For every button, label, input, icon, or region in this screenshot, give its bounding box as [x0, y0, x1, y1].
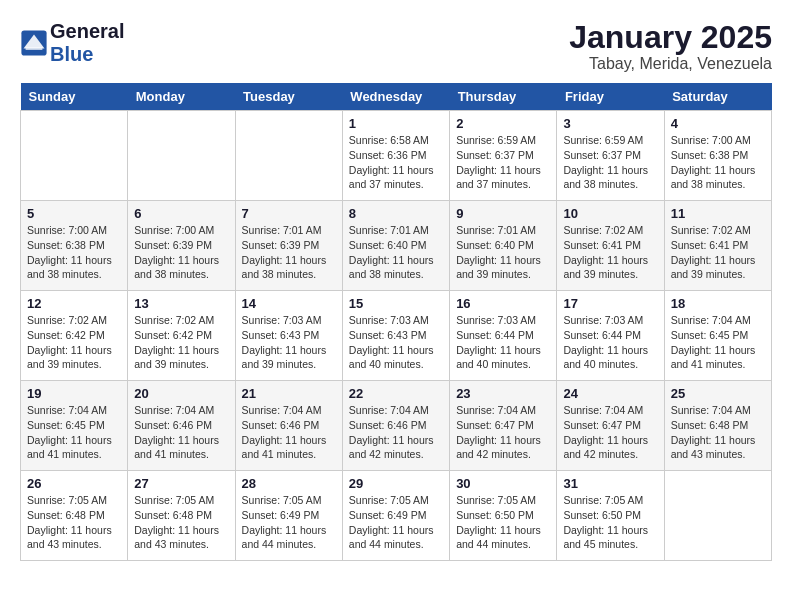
- calendar-cell: 31Sunrise: 7:05 AMSunset: 6:50 PMDayligh…: [557, 471, 664, 561]
- header-monday: Monday: [128, 83, 235, 111]
- day-info: Sunrise: 7:02 AMSunset: 6:42 PMDaylight:…: [134, 313, 228, 372]
- calendar-cell: 24Sunrise: 7:04 AMSunset: 6:47 PMDayligh…: [557, 381, 664, 471]
- calendar-cell: 26Sunrise: 7:05 AMSunset: 6:48 PMDayligh…: [21, 471, 128, 561]
- calendar-table: SundayMondayTuesdayWednesdayThursdayFrid…: [20, 83, 772, 561]
- calendar-cell: 19Sunrise: 7:04 AMSunset: 6:45 PMDayligh…: [21, 381, 128, 471]
- calendar-cell: 18Sunrise: 7:04 AMSunset: 6:45 PMDayligh…: [664, 291, 771, 381]
- calendar-cell: 3Sunrise: 6:59 AMSunset: 6:37 PMDaylight…: [557, 111, 664, 201]
- calendar-cell: 28Sunrise: 7:05 AMSunset: 6:49 PMDayligh…: [235, 471, 342, 561]
- logo-icon: [20, 29, 48, 57]
- calendar-cell: 9Sunrise: 7:01 AMSunset: 6:40 PMDaylight…: [450, 201, 557, 291]
- day-number: 5: [27, 206, 121, 221]
- day-info: Sunrise: 7:03 AMSunset: 6:44 PMDaylight:…: [456, 313, 550, 372]
- header-wednesday: Wednesday: [342, 83, 449, 111]
- day-info: Sunrise: 6:59 AMSunset: 6:37 PMDaylight:…: [456, 133, 550, 192]
- day-info: Sunrise: 7:05 AMSunset: 6:48 PMDaylight:…: [134, 493, 228, 552]
- day-info: Sunrise: 7:03 AMSunset: 6:44 PMDaylight:…: [563, 313, 657, 372]
- day-number: 3: [563, 116, 657, 131]
- day-info: Sunrise: 7:05 AMSunset: 6:50 PMDaylight:…: [563, 493, 657, 552]
- day-info: Sunrise: 7:04 AMSunset: 6:48 PMDaylight:…: [671, 403, 765, 462]
- day-info: Sunrise: 7:01 AMSunset: 6:40 PMDaylight:…: [349, 223, 443, 282]
- day-info: Sunrise: 7:05 AMSunset: 6:49 PMDaylight:…: [349, 493, 443, 552]
- calendar-cell: 22Sunrise: 7:04 AMSunset: 6:46 PMDayligh…: [342, 381, 449, 471]
- calendar-cell: 25Sunrise: 7:04 AMSunset: 6:48 PMDayligh…: [664, 381, 771, 471]
- week-row-3: 12Sunrise: 7:02 AMSunset: 6:42 PMDayligh…: [21, 291, 772, 381]
- week-row-5: 26Sunrise: 7:05 AMSunset: 6:48 PMDayligh…: [21, 471, 772, 561]
- calendar-cell: 16Sunrise: 7:03 AMSunset: 6:44 PMDayligh…: [450, 291, 557, 381]
- day-number: 19: [27, 386, 121, 401]
- calendar-cell: [21, 111, 128, 201]
- calendar-cell: 15Sunrise: 7:03 AMSunset: 6:43 PMDayligh…: [342, 291, 449, 381]
- day-number: 30: [456, 476, 550, 491]
- day-info: Sunrise: 7:05 AMSunset: 6:49 PMDaylight:…: [242, 493, 336, 552]
- calendar-subtitle: Tabay, Merida, Venezuela: [569, 55, 772, 73]
- calendar-cell: 29Sunrise: 7:05 AMSunset: 6:49 PMDayligh…: [342, 471, 449, 561]
- days-header-row: SundayMondayTuesdayWednesdayThursdayFrid…: [21, 83, 772, 111]
- calendar-cell: 13Sunrise: 7:02 AMSunset: 6:42 PMDayligh…: [128, 291, 235, 381]
- day-number: 23: [456, 386, 550, 401]
- day-info: Sunrise: 7:00 AMSunset: 6:38 PMDaylight:…: [27, 223, 121, 282]
- calendar-cell: 23Sunrise: 7:04 AMSunset: 6:47 PMDayligh…: [450, 381, 557, 471]
- day-info: Sunrise: 7:05 AMSunset: 6:48 PMDaylight:…: [27, 493, 121, 552]
- svg-rect-2: [26, 47, 43, 50]
- calendar-cell: 20Sunrise: 7:04 AMSunset: 6:46 PMDayligh…: [128, 381, 235, 471]
- calendar-title: January 2025: [569, 20, 772, 55]
- calendar-cell: 2Sunrise: 6:59 AMSunset: 6:37 PMDaylight…: [450, 111, 557, 201]
- day-info: Sunrise: 7:02 AMSunset: 6:41 PMDaylight:…: [563, 223, 657, 282]
- page-header: General Blue January 2025 Tabay, Merida,…: [20, 20, 772, 73]
- calendar-cell: 7Sunrise: 7:01 AMSunset: 6:39 PMDaylight…: [235, 201, 342, 291]
- day-number: 9: [456, 206, 550, 221]
- logo-general: General: [50, 20, 124, 43]
- day-info: Sunrise: 7:00 AMSunset: 6:39 PMDaylight:…: [134, 223, 228, 282]
- day-number: 1: [349, 116, 443, 131]
- day-info: Sunrise: 7:04 AMSunset: 6:46 PMDaylight:…: [349, 403, 443, 462]
- day-number: 27: [134, 476, 228, 491]
- day-number: 28: [242, 476, 336, 491]
- day-number: 13: [134, 296, 228, 311]
- day-info: Sunrise: 7:04 AMSunset: 6:45 PMDaylight:…: [27, 403, 121, 462]
- calendar-cell: 21Sunrise: 7:04 AMSunset: 6:46 PMDayligh…: [235, 381, 342, 471]
- day-number: 16: [456, 296, 550, 311]
- day-number: 25: [671, 386, 765, 401]
- week-row-1: 1Sunrise: 6:58 AMSunset: 6:36 PMDaylight…: [21, 111, 772, 201]
- logo-blue: Blue: [50, 43, 124, 66]
- day-info: Sunrise: 7:02 AMSunset: 6:41 PMDaylight:…: [671, 223, 765, 282]
- day-number: 6: [134, 206, 228, 221]
- calendar-cell: 5Sunrise: 7:00 AMSunset: 6:38 PMDaylight…: [21, 201, 128, 291]
- day-number: 22: [349, 386, 443, 401]
- day-info: Sunrise: 7:02 AMSunset: 6:42 PMDaylight:…: [27, 313, 121, 372]
- logo: General Blue: [20, 20, 124, 66]
- day-number: 18: [671, 296, 765, 311]
- day-number: 4: [671, 116, 765, 131]
- day-number: 29: [349, 476, 443, 491]
- day-number: 15: [349, 296, 443, 311]
- header-tuesday: Tuesday: [235, 83, 342, 111]
- calendar-cell: 8Sunrise: 7:01 AMSunset: 6:40 PMDaylight…: [342, 201, 449, 291]
- title-block: January 2025 Tabay, Merida, Venezuela: [569, 20, 772, 73]
- day-number: 24: [563, 386, 657, 401]
- calendar-cell: 11Sunrise: 7:02 AMSunset: 6:41 PMDayligh…: [664, 201, 771, 291]
- day-info: Sunrise: 7:05 AMSunset: 6:50 PMDaylight:…: [456, 493, 550, 552]
- day-info: Sunrise: 6:58 AMSunset: 6:36 PMDaylight:…: [349, 133, 443, 192]
- day-info: Sunrise: 7:01 AMSunset: 6:39 PMDaylight:…: [242, 223, 336, 282]
- day-info: Sunrise: 7:01 AMSunset: 6:40 PMDaylight:…: [456, 223, 550, 282]
- calendar-cell: [235, 111, 342, 201]
- day-number: 14: [242, 296, 336, 311]
- calendar-cell: 30Sunrise: 7:05 AMSunset: 6:50 PMDayligh…: [450, 471, 557, 561]
- header-sunday: Sunday: [21, 83, 128, 111]
- day-number: 31: [563, 476, 657, 491]
- day-info: Sunrise: 7:04 AMSunset: 6:47 PMDaylight:…: [456, 403, 550, 462]
- calendar-cell: 4Sunrise: 7:00 AMSunset: 6:38 PMDaylight…: [664, 111, 771, 201]
- calendar-cell: 14Sunrise: 7:03 AMSunset: 6:43 PMDayligh…: [235, 291, 342, 381]
- day-info: Sunrise: 7:03 AMSunset: 6:43 PMDaylight:…: [349, 313, 443, 372]
- day-number: 20: [134, 386, 228, 401]
- day-info: Sunrise: 7:04 AMSunset: 6:47 PMDaylight:…: [563, 403, 657, 462]
- day-number: 7: [242, 206, 336, 221]
- calendar-cell: 10Sunrise: 7:02 AMSunset: 6:41 PMDayligh…: [557, 201, 664, 291]
- day-info: Sunrise: 7:04 AMSunset: 6:45 PMDaylight:…: [671, 313, 765, 372]
- day-number: 2: [456, 116, 550, 131]
- day-number: 10: [563, 206, 657, 221]
- week-row-4: 19Sunrise: 7:04 AMSunset: 6:45 PMDayligh…: [21, 381, 772, 471]
- day-info: Sunrise: 7:00 AMSunset: 6:38 PMDaylight:…: [671, 133, 765, 192]
- day-info: Sunrise: 6:59 AMSunset: 6:37 PMDaylight:…: [563, 133, 657, 192]
